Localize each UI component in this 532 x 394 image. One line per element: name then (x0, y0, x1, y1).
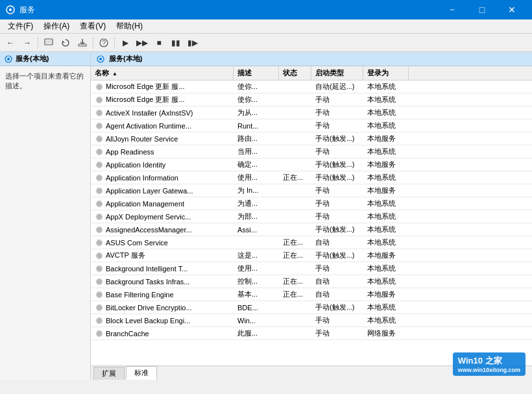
col-status[interactable]: 状态 (279, 66, 311, 80)
service-desc: 此服... (234, 327, 279, 339)
service-name-cell: Block Level Backup Engi... (91, 314, 234, 326)
service-name-cell: AVCTP 服务 (91, 249, 234, 262)
service-status (279, 80, 311, 93)
gear-icon (95, 199, 104, 208)
forward2-button[interactable]: ▮▶ (185, 36, 200, 50)
table-row[interactable]: ASUS Com Service正在...自动本地系统 (91, 236, 532, 249)
minimize-button[interactable]: － (437, 0, 467, 19)
service-name: Application Layer Gatewa... (106, 187, 193, 195)
table-row[interactable]: Application Identity确定...手动(触发...)本地服务 (91, 158, 532, 171)
service-name: Microsoft Edge 更新 服... (106, 82, 185, 92)
service-name: Background Intelligent T... (106, 265, 187, 273)
table-row[interactable]: Base Filtering Engine基本...正在...自动本地服务 (91, 288, 532, 301)
menu-file[interactable]: 文件(F) (3, 19, 38, 33)
menu-help[interactable]: 帮助(H) (111, 19, 148, 33)
service-startup: 手动 (311, 314, 363, 326)
service-desc: Assi... (234, 223, 279, 236)
table-row[interactable]: Application Layer Gatewa...为 In...手动本地服务 (91, 184, 532, 197)
table-row[interactable]: Agent Activation Runtime...Runt...手动本地系统 (91, 119, 532, 132)
service-desc: 确定... (234, 158, 279, 171)
gear-icon (95, 173, 104, 182)
service-startup: 手动(触发...) (311, 132, 363, 145)
table-row[interactable]: AVCTP 服务这是...正在...手动(触发...)本地服务 (91, 249, 532, 262)
table-row[interactable]: AllJoyn Router Service路由...手动(触发...)本地服务 (91, 132, 532, 145)
service-name-cell: AssignedAccessManager... (91, 223, 234, 236)
col-name[interactable]: 名称 ▲ (91, 66, 234, 80)
play-button[interactable]: ▶ (117, 36, 133, 50)
forward-button[interactable]: → (19, 36, 35, 50)
service-status (279, 106, 311, 119)
title-bar-controls: － □ ✕ (437, 0, 527, 19)
play2-button[interactable]: ▶▶ (134, 36, 150, 50)
up-button[interactable] (41, 36, 56, 50)
service-desc: 为从... (234, 106, 279, 119)
col-login[interactable]: 登录为 (363, 66, 409, 80)
gear-icon (95, 108, 104, 117)
service-name-cell: Background Intelligent T... (91, 262, 234, 275)
service-name-cell: ActiveX Installer (AxInstSV) (91, 106, 234, 119)
table-row[interactable]: AssignedAccessManager...Assi...手动(触发...)… (91, 223, 532, 236)
service-login: 本地系统 (363, 145, 409, 158)
stop-button[interactable]: ■ (151, 36, 167, 50)
close-button[interactable]: ✕ (497, 0, 527, 19)
service-desc: 使用... (234, 262, 279, 275)
service-status (279, 119, 311, 132)
service-status (279, 223, 311, 236)
title-bar-left: 服务 (5, 5, 35, 16)
refresh-button[interactable] (58, 36, 73, 50)
toolbar-sep-1 (38, 37, 38, 49)
service-startup: 手动(触发...) (311, 301, 363, 314)
back-button[interactable]: ← (3, 36, 18, 50)
maximize-button[interactable]: □ (467, 0, 497, 19)
table-row[interactable]: Microsoft Edge 更新 服...使你...手动本地系统 (91, 93, 532, 106)
table-row[interactable]: Microsoft Edge 更新 服...使你...自动(延迟...)本地系统 (91, 80, 532, 93)
gear-icon (95, 95, 104, 105)
service-name: Background Tasks Infras... (106, 278, 189, 286)
table-row[interactable]: Application Information使用...正在...手动(触发..… (91, 171, 532, 184)
col-desc[interactable]: 描述 (234, 66, 279, 80)
tab-extended[interactable]: 扩展 (93, 367, 125, 380)
table-row[interactable]: BranchCache此服...手动网络服务 (91, 327, 532, 340)
service-login: 本地服务 (363, 249, 409, 262)
table-row[interactable]: Block Level Backup Engi...Win...手动本地系统 (91, 314, 532, 327)
service-name: ActiveX Installer (AxInstSV) (106, 109, 193, 117)
service-startup: 手动(触发...) (311, 249, 363, 262)
menu-view[interactable]: 查看(V) (75, 19, 111, 33)
svg-rect-3 (46, 40, 51, 43)
service-name: AssignedAccessManager... (106, 226, 192, 234)
service-startup: 自动 (311, 236, 363, 249)
pause-button[interactable]: ▮▮ (168, 36, 184, 50)
bottom-tabs: 扩展 标准 (91, 365, 532, 380)
service-desc (234, 236, 279, 249)
service-desc: 路由... (234, 132, 279, 145)
col-startup[interactable]: 启动类型 (311, 66, 363, 80)
table-row[interactable]: AppX Deployment Servic...为部...手动本地系统 (91, 210, 532, 223)
table-row[interactable]: ActiveX Installer (AxInstSV)为从...手动本地系统 (91, 106, 532, 119)
gear-icon (95, 290, 104, 299)
svg-point-10 (7, 58, 10, 60)
service-name: ASUS Com Service (106, 239, 168, 247)
service-desc: 这是... (234, 249, 279, 262)
tab-standard[interactable]: 标准 (126, 366, 157, 380)
service-desc: 为通... (234, 197, 279, 210)
menu-action[interactable]: 操作(A) (38, 19, 75, 33)
service-name-cell: ASUS Com Service (91, 236, 234, 249)
content-icon (96, 55, 105, 64)
service-status (279, 314, 311, 326)
content-header: 服务(本地) (91, 52, 532, 66)
help-button[interactable]: ? (96, 36, 112, 50)
table-row[interactable]: Application Management为通...手动本地系统 (91, 197, 532, 210)
table-row[interactable]: Background Intelligent T...使用...手动本地系统 (91, 262, 532, 275)
table-row[interactable]: Background Tasks Infras...控制...正在...自动本地… (91, 275, 532, 288)
service-name: AppX Deployment Servic... (106, 213, 191, 221)
export-button[interactable] (75, 36, 90, 50)
gear-icon (95, 264, 104, 273)
service-status (279, 210, 311, 223)
service-startup: 手动 (311, 93, 363, 106)
table-row[interactable]: App Readiness当用...手动本地系统 (91, 145, 532, 158)
table-row[interactable]: BitLocker Drive Encryptio...BDE...手动(触发.… (91, 301, 532, 314)
service-login: 本地系统 (363, 301, 409, 314)
service-name: Application Information (106, 174, 178, 182)
services-table[interactable]: 名称 ▲ 描述 状态 启动类型 登录为 Microsoft Edge 更新 服.… (91, 66, 532, 365)
sidebar-title: 服务(本地) (16, 54, 49, 64)
